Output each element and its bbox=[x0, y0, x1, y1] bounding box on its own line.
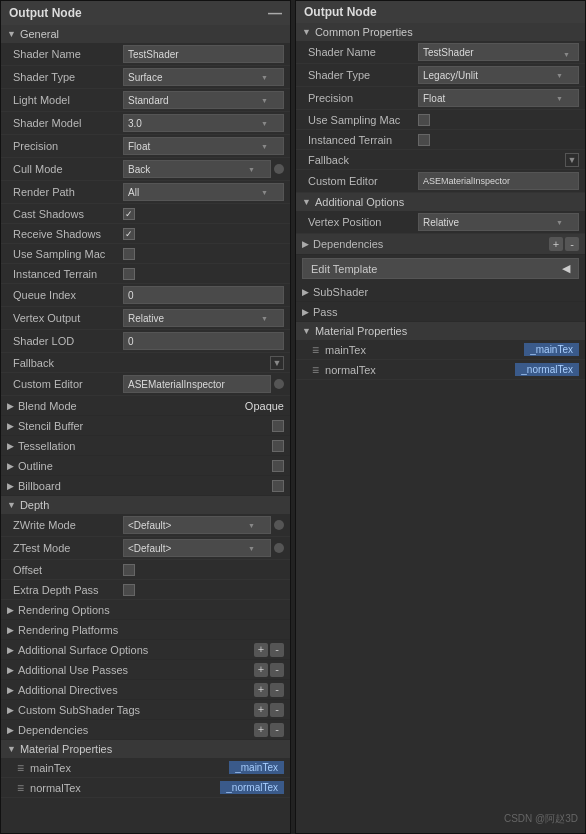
tessellation-arrow: ▶ bbox=[7, 441, 14, 451]
instanced-terrain-right-row: Instanced Terrain bbox=[296, 130, 585, 150]
shader-type-right-dropdown[interactable]: Legacy/Unlit bbox=[418, 66, 579, 84]
queue-index-input[interactable] bbox=[123, 286, 284, 304]
dependencies-right-arrow: ▶ bbox=[302, 239, 309, 249]
shader-type-dropdown[interactable]: Surface bbox=[123, 68, 284, 86]
maintex-link-left[interactable]: _mainTex bbox=[229, 761, 284, 774]
stencil-buffer-checkbox[interactable] bbox=[272, 420, 284, 432]
material-props-left-header[interactable]: Material Properties bbox=[1, 740, 290, 758]
use-sampling-mac-checkbox[interactable] bbox=[123, 248, 135, 260]
tessellation-section[interactable]: ▶ Tessellation bbox=[1, 436, 290, 456]
instanced-terrain-right-checkbox[interactable] bbox=[418, 134, 430, 146]
dependencies-left-plus[interactable]: + bbox=[254, 723, 268, 737]
custom-subshader-tags-plus[interactable]: + bbox=[254, 703, 268, 717]
cull-mode-dot[interactable] bbox=[274, 164, 284, 174]
dependencies-right-minus[interactable]: - bbox=[565, 237, 579, 251]
zwrite-mode-dropdown[interactable]: <Default> bbox=[123, 516, 271, 534]
precision-right-dropdown[interactable]: Float bbox=[418, 89, 579, 107]
additional-use-passes-minus[interactable]: - bbox=[270, 663, 284, 677]
ztest-mode-dropdown[interactable]: <Default> bbox=[123, 539, 271, 557]
additional-directives-plus[interactable]: + bbox=[254, 683, 268, 697]
shader-name-input[interactable] bbox=[123, 45, 284, 63]
additional-surface-options-plus[interactable]: + bbox=[254, 643, 268, 657]
additional-use-passes-label: Additional Use Passes bbox=[18, 664, 250, 676]
cast-shadows-checkbox[interactable] bbox=[123, 208, 135, 220]
custom-editor-right-input[interactable] bbox=[418, 172, 579, 190]
normaltex-name-right: normalTex bbox=[325, 364, 515, 376]
render-path-dropdown[interactable]: All bbox=[123, 183, 284, 201]
general-section-header[interactable]: General bbox=[1, 25, 290, 43]
vertex-output-dropdown[interactable]: Relative bbox=[123, 309, 284, 327]
outline-checkbox[interactable] bbox=[272, 460, 284, 472]
additional-directives-section[interactable]: ▶ Additional Directives + - bbox=[1, 680, 290, 700]
stencil-buffer-section[interactable]: ▶ Stencil Buffer bbox=[1, 416, 290, 436]
billboard-section[interactable]: ▶ Billboard bbox=[1, 476, 290, 496]
additional-use-passes-plus[interactable]: + bbox=[254, 663, 268, 677]
dependencies-section-left[interactable]: ▶ Dependencies + - bbox=[1, 720, 290, 740]
dependencies-right-section[interactable]: ▶ Dependencies + - bbox=[296, 234, 585, 255]
vertex-position-dropdown[interactable]: Relative bbox=[418, 213, 579, 231]
maintex-icon-left: ≡ bbox=[17, 761, 24, 775]
left-panel-header: Output Node — bbox=[1, 1, 290, 25]
material-props-right-label: Material Properties bbox=[315, 325, 407, 337]
blend-mode-section[interactable]: ▶ Blend Mode Opaque bbox=[1, 396, 290, 416]
normaltex-link-right[interactable]: _normalTex bbox=[515, 363, 579, 376]
additional-directives-minus[interactable]: - bbox=[270, 683, 284, 697]
left-panel: Output Node — General Shader Name Shader… bbox=[0, 0, 291, 834]
use-sampling-mac-label: Use Sampling Mac bbox=[13, 248, 123, 260]
material-props-right-header[interactable]: Material Properties bbox=[296, 322, 585, 340]
shader-name-right-input[interactable] bbox=[418, 43, 579, 61]
shader-lod-input[interactable] bbox=[123, 332, 284, 350]
fallback-right-arrow-btn[interactable]: ▼ bbox=[565, 153, 579, 167]
offset-label: Offset bbox=[13, 564, 123, 576]
additional-use-passes-section[interactable]: ▶ Additional Use Passes + - bbox=[1, 660, 290, 680]
custom-editor-dot[interactable] bbox=[274, 379, 284, 389]
outline-section[interactable]: ▶ Outline bbox=[1, 456, 290, 476]
light-model-row: Light Model Standard bbox=[1, 89, 290, 112]
additional-surface-options-minus[interactable]: - bbox=[270, 643, 284, 657]
cull-mode-dropdown[interactable]: Back bbox=[123, 160, 271, 178]
zwrite-mode-label: ZWrite Mode bbox=[13, 519, 123, 531]
pass-section[interactable]: ▶ Pass bbox=[296, 302, 585, 322]
common-props-header[interactable]: Common Properties bbox=[296, 23, 585, 41]
fallback-arrow-btn[interactable]: ▼ bbox=[270, 356, 284, 370]
maintex-link-right[interactable]: _mainTex bbox=[524, 343, 579, 356]
tessellation-checkbox[interactable] bbox=[272, 440, 284, 452]
precision-dropdown[interactable]: Float bbox=[123, 137, 284, 155]
light-model-dropdown[interactable]: Standard bbox=[123, 91, 284, 109]
depth-section-header[interactable]: Depth bbox=[1, 496, 290, 514]
custom-editor-input[interactable] bbox=[123, 375, 271, 393]
receive-shadows-checkbox[interactable] bbox=[123, 228, 135, 240]
rendering-platforms-section[interactable]: ▶ Rendering Platforms bbox=[1, 620, 290, 640]
ztest-mode-row: ZTest Mode <Default> bbox=[1, 537, 290, 560]
subshader-section[interactable]: ▶ SubShader bbox=[296, 282, 585, 302]
custom-subshader-tags-minus[interactable]: - bbox=[270, 703, 284, 717]
custom-subshader-tags-section[interactable]: ▶ Custom SubShader Tags + - bbox=[1, 700, 290, 720]
edit-template-btn[interactable]: Edit Template ◀ bbox=[302, 258, 579, 279]
use-sampling-mac-right-label: Use Sampling Mac bbox=[308, 114, 418, 126]
fallback-right-row: Fallback ▼ bbox=[296, 150, 585, 170]
shader-model-row: Shader Model 3.0 bbox=[1, 112, 290, 135]
custom-editor-row: Custom Editor bbox=[1, 373, 290, 396]
use-sampling-mac-right-checkbox[interactable] bbox=[418, 114, 430, 126]
ztest-dot[interactable] bbox=[274, 543, 284, 553]
outline-arrow: ▶ bbox=[7, 461, 14, 471]
zwrite-dot[interactable] bbox=[274, 520, 284, 530]
extra-depth-pass-checkbox[interactable] bbox=[123, 584, 135, 596]
dependencies-right-plus[interactable]: + bbox=[549, 237, 563, 251]
offset-checkbox[interactable] bbox=[123, 564, 135, 576]
additional-options-header[interactable]: Additional Options bbox=[296, 193, 585, 211]
queue-index-label: Queue Index bbox=[13, 289, 123, 301]
instanced-terrain-checkbox[interactable] bbox=[123, 268, 135, 280]
rendering-options-section[interactable]: ▶ Rendering Options bbox=[1, 600, 290, 620]
shader-model-dropdown[interactable]: 3.0 bbox=[123, 114, 284, 132]
dependencies-right-label: Dependencies bbox=[313, 238, 545, 250]
billboard-checkbox[interactable] bbox=[272, 480, 284, 492]
stencil-buffer-label: Stencil Buffer bbox=[18, 420, 272, 432]
additional-surface-options-section[interactable]: ▶ Additional Surface Options + - bbox=[1, 640, 290, 660]
dependencies-left-minus[interactable]: - bbox=[270, 723, 284, 737]
normaltex-link-left[interactable]: _normalTex bbox=[220, 781, 284, 794]
custom-subshader-tags-label: Custom SubShader Tags bbox=[18, 704, 250, 716]
outline-label: Outline bbox=[18, 460, 272, 472]
left-panel-minimize[interactable]: — bbox=[268, 5, 282, 21]
vertex-output-row: Vertex Output Relative bbox=[1, 307, 290, 330]
